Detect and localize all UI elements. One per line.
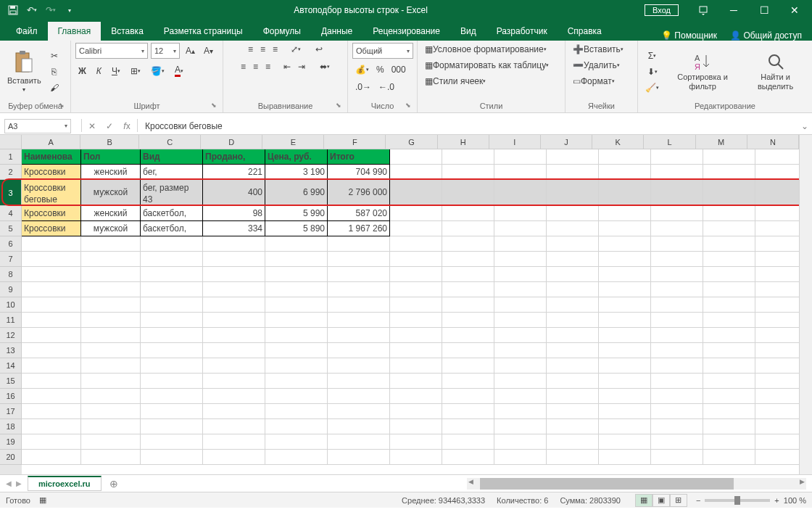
cell-styles-button[interactable]: ▦ Стили ячеек▾ xyxy=(422,75,489,88)
cell[interactable] xyxy=(494,404,547,419)
cell[interactable] xyxy=(390,404,442,419)
cell[interactable] xyxy=(203,419,265,434)
cell[interactable] xyxy=(442,389,494,404)
sort-filter-button[interactable]: AЯ Сортировка и фильтр xyxy=(665,51,740,91)
cell[interactable] xyxy=(81,267,141,282)
cell[interactable] xyxy=(599,282,651,297)
clipboard-launcher[interactable]: ⬊ xyxy=(57,102,66,110)
font-size-combo[interactable]: 12▾ xyxy=(151,43,180,59)
cell[interactable] xyxy=(599,434,651,450)
share-button[interactable]: 👤 Общий доступ xyxy=(730,30,802,41)
cell[interactable] xyxy=(547,252,599,267)
cell[interactable] xyxy=(141,419,203,434)
tell-me[interactable]: 💡 Помощник xyxy=(661,30,717,41)
cell[interactable] xyxy=(81,358,141,374)
data-cell[interactable]: 587 020 xyxy=(328,206,390,221)
cell[interactable] xyxy=(442,297,494,313)
cell[interactable] xyxy=(494,206,547,221)
cancel-formula-icon[interactable]: ✕ xyxy=(83,119,101,133)
bold-icon[interactable]: Ж xyxy=(75,63,89,78)
cell[interactable] xyxy=(141,328,203,343)
merge-icon[interactable]: ⬌▾ xyxy=(317,60,333,73)
col-header[interactable]: J xyxy=(541,135,592,149)
cell[interactable] xyxy=(599,252,651,267)
font-launcher[interactable]: ⬊ xyxy=(210,102,218,110)
cell[interactable] xyxy=(442,165,494,180)
horizontal-scrollbar[interactable]: ◀▶ xyxy=(467,478,806,490)
cell[interactable] xyxy=(81,389,141,404)
cell[interactable] xyxy=(651,180,703,206)
col-header[interactable]: I xyxy=(489,135,541,149)
cell[interactable] xyxy=(547,267,599,282)
increase-decimal-icon[interactable]: .0→ xyxy=(352,81,374,94)
cell[interactable] xyxy=(141,343,203,358)
clear-icon[interactable]: 🧹▾ xyxy=(642,81,662,94)
cell[interactable] xyxy=(203,450,265,465)
align-top-icon[interactable]: ≡ xyxy=(245,43,256,56)
sheet-nav-next[interactable]: ▶ xyxy=(14,478,23,489)
cell[interactable] xyxy=(547,404,599,419)
cell[interactable] xyxy=(547,221,599,236)
cell[interactable] xyxy=(265,450,328,465)
cell[interactable] xyxy=(494,180,547,206)
cell[interactable] xyxy=(442,419,494,434)
cell[interactable] xyxy=(651,297,703,313)
cell[interactable] xyxy=(442,374,494,389)
cell[interactable] xyxy=(599,343,651,358)
cell[interactable] xyxy=(265,358,328,374)
cell[interactable] xyxy=(328,374,390,389)
cell[interactable] xyxy=(599,419,651,434)
cell[interactable] xyxy=(651,149,703,165)
data-cell[interactable]: 5 890 xyxy=(265,221,328,236)
cell[interactable] xyxy=(390,389,442,404)
save-icon[interactable] xyxy=(6,3,20,17)
align-middle-icon[interactable]: ≡ xyxy=(257,43,268,56)
delete-cells-button[interactable]: ➖ Удалить▾ xyxy=(570,59,623,72)
row-header[interactable]: 4 xyxy=(0,206,22,221)
qat-customize-icon[interactable]: ▾ xyxy=(62,3,77,17)
cell[interactable] xyxy=(203,404,265,419)
tab-разметка страницы[interactable]: Разметка страницы xyxy=(154,22,253,41)
cell[interactable] xyxy=(599,221,651,236)
cell[interactable] xyxy=(442,206,494,221)
header-cell[interactable]: Цена, руб. xyxy=(265,149,328,165)
cell[interactable] xyxy=(141,236,203,252)
cell[interactable] xyxy=(547,165,599,180)
cell[interactable] xyxy=(599,236,651,252)
cell[interactable] xyxy=(141,374,203,389)
col-header[interactable]: M xyxy=(696,135,747,149)
cell[interactable] xyxy=(203,328,265,343)
view-page-layout-icon[interactable]: ▣ xyxy=(652,494,670,507)
cell[interactable] xyxy=(703,149,755,165)
align-bottom-icon[interactable]: ≡ xyxy=(270,43,281,56)
cell[interactable] xyxy=(22,434,81,450)
autosum-icon[interactable]: Σ▾ xyxy=(642,49,662,62)
cell[interactable] xyxy=(703,206,755,221)
cell[interactable] xyxy=(703,358,755,374)
data-cell[interactable]: 5 990 xyxy=(265,206,328,221)
data-cell[interactable]: 221 xyxy=(203,165,265,180)
cell[interactable] xyxy=(442,267,494,282)
cell[interactable] xyxy=(390,236,442,252)
cell[interactable] xyxy=(328,236,390,252)
cell[interactable] xyxy=(599,328,651,343)
tab-рецензирование[interactable]: Рецензирование xyxy=(362,22,450,41)
minimize-icon[interactable]: ─ xyxy=(719,0,748,20)
cell[interactable] xyxy=(494,236,547,252)
data-cell[interactable]: мужской xyxy=(81,221,141,236)
cell[interactable] xyxy=(494,434,547,450)
cell[interactable] xyxy=(651,434,703,450)
cell[interactable] xyxy=(203,343,265,358)
cell[interactable] xyxy=(703,389,755,404)
col-header[interactable]: F xyxy=(324,135,386,149)
cell[interactable] xyxy=(265,419,328,434)
comma-icon[interactable]: 000 xyxy=(389,63,409,76)
cell[interactable] xyxy=(442,180,494,206)
sheet-tab[interactable]: microexcel.ru xyxy=(28,476,102,491)
paste-button[interactable]: Вставить ▾ xyxy=(4,49,44,94)
cell[interactable] xyxy=(547,374,599,389)
cell[interactable] xyxy=(390,221,442,236)
fill-icon[interactable]: ⬇▾ xyxy=(642,65,662,78)
tab-вид[interactable]: Вид xyxy=(450,22,486,41)
cell[interactable] xyxy=(265,328,328,343)
